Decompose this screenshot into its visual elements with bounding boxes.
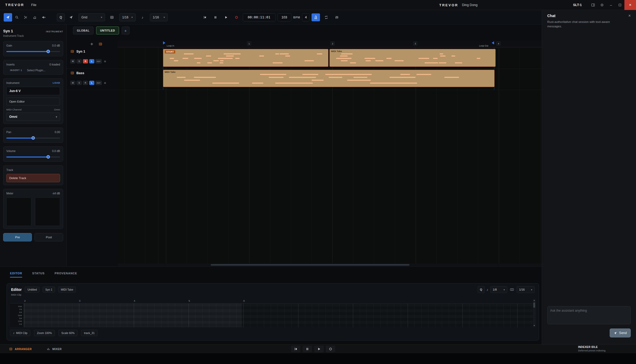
lane-syn1[interactable]: START MIDI Take (118, 47, 542, 69)
breadcrumb-track[interactable]: Syn 1 (43, 287, 55, 292)
chat-input[interactable] (547, 306, 631, 324)
zoom-chip[interactable]: Zoom 100% (34, 330, 55, 336)
tab-global[interactable]: GLOBAL (73, 27, 93, 34)
editor-quantize-button[interactable]: Q (478, 286, 485, 293)
track-header-bass[interactable]: Bass M S R L REF ≡ (67, 69, 118, 90)
pan-slider[interactable] (6, 136, 60, 140)
pointer-tool-button[interactable] (4, 13, 12, 22)
tab-provenance[interactable]: PROVENANCE (55, 270, 77, 276)
settings-button[interactable] (598, 0, 607, 10)
tab-editor[interactable]: EDITOR (10, 270, 22, 276)
solo-button[interactable]: S (77, 59, 82, 63)
piano-roll-ruler[interactable]: 2 3 4 5 6 (10, 299, 536, 304)
insert-slot-row[interactable]: INSERT 1 Select Plugin... (6, 69, 60, 72)
panel-toggle-button[interactable] (589, 0, 598, 10)
crosshair-icon[interactable] (90, 42, 94, 46)
meter-post-button[interactable]: Post (34, 233, 63, 241)
maximize-button[interactable] (615, 0, 624, 10)
breadcrumb-arrangement[interactable]: Untitled (25, 287, 40, 292)
zoom-tool-button[interactable] (13, 13, 21, 22)
pause-button[interactable] (303, 346, 312, 352)
breadcrumb-clip[interactable]: MIDI Take (58, 287, 76, 292)
listen-button[interactable]: L (89, 81, 94, 85)
close-button[interactable]: × (624, 0, 636, 10)
menu-file[interactable]: File (31, 3, 36, 7)
record-arm-button[interactable]: R (83, 81, 88, 85)
mixer-view-button[interactable]: MIXER (47, 347, 62, 351)
grid-division-select[interactable]: 1/16▾ (119, 13, 136, 21)
keyboard-icon[interactable] (509, 287, 515, 292)
minimize-button[interactable]: – (607, 0, 615, 10)
vertical-scrollbar[interactable]: ▲ ▼ (533, 299, 536, 327)
pause-icon (305, 347, 309, 351)
snap-select[interactable]: 1/8▾ (490, 286, 507, 293)
scrollbar-thumb[interactable] (211, 264, 410, 266)
tab-untitled[interactable]: UNTITLED (96, 27, 119, 34)
instrument-name-field[interactable]: Jun-6 V (6, 87, 60, 95)
loop-button[interactable] (322, 13, 331, 21)
open-editor-button[interactable]: Open Editor (6, 98, 60, 105)
delete-track-button[interactable]: Delete Track (6, 174, 60, 182)
mute-tool-button[interactable] (40, 13, 48, 22)
pause-button[interactable] (211, 13, 220, 21)
track-menu-icon[interactable]: ≡ (104, 81, 106, 85)
mute-button[interactable]: M (70, 59, 75, 63)
volume-slider[interactable] (6, 155, 60, 159)
skip-to-start-button[interactable] (291, 346, 300, 352)
chat-close-icon[interactable]: × (628, 14, 631, 18)
record-arm-button[interactable]: R (83, 59, 88, 63)
tab-status[interactable]: STATUS (32, 270, 45, 276)
record-button[interactable] (326, 346, 335, 352)
timeline-ruler[interactable]: 1 2 3 4 Loop In Loop Out (118, 41, 542, 47)
metronome-button[interactable] (312, 13, 320, 21)
arranger-view-button[interactable]: ARRANGER (9, 347, 32, 351)
mixer-quick-button[interactable] (333, 13, 341, 21)
clip-type-chip[interactable]: ♪MIDI Clip (10, 330, 30, 336)
scroll-down-icon[interactable]: ▼ (533, 325, 535, 327)
solo-button[interactable]: S (77, 81, 82, 85)
scroll-up-icon[interactable]: ▲ (533, 299, 535, 301)
record-button[interactable] (232, 13, 241, 21)
note-length-button[interactable]: ♪ (138, 13, 147, 22)
grid-view-button[interactable] (108, 13, 116, 22)
time-signature[interactable]: 4 (302, 13, 309, 21)
scale-chip[interactable]: Scale 60% (58, 330, 77, 336)
lane-bass[interactable]: MIDI Take (118, 69, 542, 90)
midi-clip-bass[interactable]: MIDI Take (163, 70, 495, 87)
grid-mode-select[interactable]: Grid▾ (78, 13, 105, 21)
track-menu-icon[interactable]: ≡ (104, 59, 106, 63)
horizontal-scrollbar[interactable] (118, 263, 542, 266)
scrollbar-thumb[interactable] (533, 302, 535, 308)
track-lanes[interactable]: START MIDI Take (118, 47, 542, 263)
skip-to-start-button[interactable] (201, 13, 209, 21)
loop-in-marker[interactable] (163, 41, 165, 44)
midi-clip-take[interactable]: MIDI Take (329, 49, 496, 67)
editor-grid-select[interactable]: 1/16▾ (517, 286, 535, 293)
track-header-syn1[interactable]: Syn 1 M S R L REF ≡ (67, 47, 118, 69)
midi-clip-start[interactable]: START (163, 49, 328, 67)
quantize-button[interactable]: Q (57, 13, 65, 21)
grid-icon[interactable] (98, 42, 102, 46)
midi-channel-select[interactable]: Omni ▾ (6, 113, 60, 121)
listen-button[interactable]: L (89, 59, 94, 63)
piano-roll[interactable]: 2 3 4 5 6 F#4 F4 E4 (10, 299, 536, 327)
meter-pre-button[interactable]: Pre (3, 233, 32, 241)
send-cursor-button[interactable] (67, 13, 75, 22)
note-grid[interactable] (10, 304, 536, 327)
note-division-select[interactable]: 1/16▾ (150, 13, 168, 21)
add-arrangement-button[interactable]: + (122, 27, 130, 34)
gain-slider[interactable] (6, 50, 60, 53)
ref-button[interactable]: REF (96, 81, 102, 85)
tempo-display[interactable]: 103 (278, 13, 291, 21)
mute-button[interactable]: M (70, 81, 75, 85)
cut-tool-button[interactable] (22, 13, 30, 22)
load-instrument-link[interactable]: LOAD (53, 82, 60, 84)
play-button[interactable] (222, 13, 230, 21)
play-button[interactable] (314, 346, 324, 352)
select-plugin-link[interactable]: Select Plugin... (27, 69, 45, 72)
send-button[interactable]: Send (610, 328, 631, 337)
eraser-tool-button[interactable] (31, 13, 39, 22)
ref-button[interactable]: REF (96, 59, 102, 63)
track-id-chip[interactable]: track_31 (81, 330, 97, 336)
loop-out-marker[interactable] (492, 41, 494, 44)
